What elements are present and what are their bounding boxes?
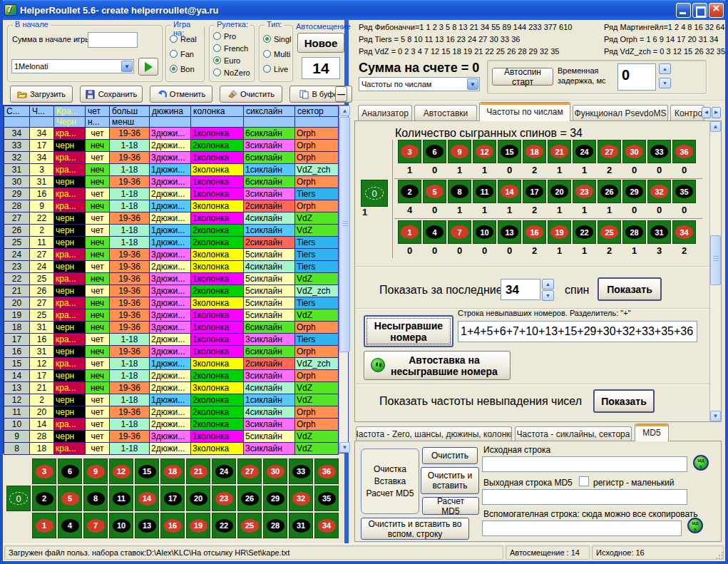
- tab-bankroll-control[interactable]: Контроль банкро: [670, 105, 704, 121]
- number-cell-28[interactable]: 28: [622, 220, 646, 244]
- maximize-button[interactable]: [692, 3, 707, 18]
- table-cell[interactable]: чет: [86, 419, 110, 431]
- table-cell[interactable]: VdZ: [295, 212, 339, 225]
- table-cell[interactable]: 15: [4, 358, 30, 370]
- table-cell[interactable]: 2колонка: [191, 370, 244, 382]
- table-cell[interactable]: 3сиклайн: [244, 334, 295, 346]
- table-row[interactable]: 2427кра...неч19-363дюжи...3колонка5сикла…: [4, 249, 339, 261]
- table-cell[interactable]: Orph: [295, 346, 339, 358]
- delay-up-icon[interactable]: ▲: [659, 63, 671, 74]
- table-cell[interactable]: черн: [54, 285, 86, 297]
- table-cell[interactable]: кра...: [54, 164, 86, 176]
- table-cell[interactable]: 1-18: [110, 140, 150, 152]
- table-cell[interactable]: 3сиклайн: [244, 370, 295, 382]
- chevron-down-icon[interactable]: ▼: [121, 61, 133, 72]
- table-cell[interactable]: кра...: [54, 200, 86, 212]
- table-cell[interactable]: 19-36: [110, 261, 150, 273]
- title-bar[interactable]: HelperRoullet 5.6- create helperroullet@…: [0, 0, 728, 20]
- number-cell-15[interactable]: 15: [498, 140, 521, 163]
- table-cell[interactable]: кра...: [54, 309, 86, 322]
- number-cell-22[interactable]: 22: [212, 513, 236, 538]
- number-cell-8[interactable]: 8: [448, 180, 471, 203]
- panel-scrollbar[interactable]: ▲ ▼: [709, 121, 721, 421]
- table-cell[interactable]: VdZ: [295, 382, 339, 394]
- number-cell-20[interactable]: 20: [548, 180, 571, 203]
- table-cell[interactable]: 22: [30, 212, 54, 225]
- table-cell[interactable]: чет: [86, 285, 110, 297]
- md5-clear-button[interactable]: Очистить: [422, 447, 478, 464]
- scroll-down-icon[interactable]: ▼: [710, 411, 721, 421]
- table-cell[interactable]: 29: [4, 188, 30, 200]
- table-cell[interactable]: кра...: [54, 358, 86, 370]
- column-header[interactable]: С...: [4, 106, 30, 117]
- number-cell-18[interactable]: 18: [160, 458, 185, 484]
- number-cell-23[interactable]: 23: [212, 486, 236, 511]
- table-cell[interactable]: чет: [86, 225, 110, 237]
- table-cell[interactable]: чет: [86, 358, 110, 370]
- table-cell[interactable]: неч: [86, 200, 110, 212]
- table-cell[interactable]: кра...: [54, 128, 86, 140]
- table-cell[interactable]: кра...: [54, 382, 86, 394]
- table-cell[interactable]: неч: [86, 346, 110, 358]
- number-cell-24[interactable]: 24: [212, 458, 236, 484]
- table-cell[interactable]: 2дюжи...: [150, 261, 191, 273]
- table-cell[interactable]: 3дюжи...: [150, 273, 191, 285]
- number-cell-14[interactable]: 14: [135, 486, 159, 511]
- table-cell[interactable]: 19-36: [110, 285, 150, 297]
- column-header[interactable]: колонка: [191, 106, 244, 117]
- table-cell[interactable]: 3колонка: [191, 164, 244, 176]
- table-cell[interactable]: черн: [54, 140, 86, 152]
- number-cell-30[interactable]: 30: [263, 458, 287, 484]
- number-cell-16[interactable]: 16: [523, 220, 546, 244]
- number-cell-36[interactable]: 36: [672, 140, 696, 163]
- table-cell[interactable]: 19-36: [110, 297, 150, 309]
- table-cell[interactable]: 21: [4, 285, 30, 297]
- number-cell-10[interactable]: 10: [109, 513, 133, 538]
- table-cell[interactable]: неч: [86, 176, 110, 188]
- table-cell[interactable]: чет: [86, 188, 110, 200]
- table-row[interactable]: 313кра...неч1-181дюжи...3колонка1сиклайн…: [4, 164, 339, 176]
- column-header[interactable]: сикслайн: [244, 106, 295, 117]
- table-cell[interactable]: черн: [54, 406, 86, 419]
- number-cell-19[interactable]: 19: [186, 513, 210, 538]
- number-cell-36[interactable]: 36: [314, 458, 339, 484]
- table-cell[interactable]: чет: [86, 394, 110, 406]
- column-header[interactable]: больш: [110, 106, 150, 117]
- table-cell[interactable]: чет: [86, 212, 110, 225]
- table-cell[interactable]: 33: [4, 140, 30, 152]
- table-row[interactable]: 2027кра...неч19-363дюжи...3колонка5сикла…: [4, 297, 339, 309]
- number-cell-7[interactable]: 7: [448, 220, 471, 244]
- number-cell-0[interactable]: 0: [361, 180, 388, 207]
- number-cell-14[interactable]: 14: [498, 180, 521, 203]
- number-cell-8[interactable]: 8: [83, 486, 108, 511]
- table-cell[interactable]: 8: [4, 443, 30, 455]
- number-cell-35[interactable]: 35: [314, 486, 339, 511]
- table-cell[interactable]: 2сиклайн: [244, 237, 295, 249]
- number-cell-29[interactable]: 29: [263, 486, 287, 511]
- table-cell[interactable]: Orph: [295, 370, 339, 382]
- start-sum-input[interactable]: [88, 32, 138, 48]
- table-cell[interactable]: 2: [30, 225, 54, 237]
- table-row[interactable]: 2916кра...чет1-182дюжи...1колонка3сиклай…: [4, 188, 339, 200]
- number-cell-23[interactable]: 23: [573, 180, 596, 203]
- undo-button[interactable]: Отменить: [150, 86, 212, 103]
- column-header[interactable]: дюжина: [150, 106, 191, 117]
- table-cell[interactable]: VdZ_zch: [295, 358, 339, 370]
- table-cell[interactable]: 1дюжи...: [150, 225, 191, 237]
- delay-value[interactable]: 0: [617, 63, 656, 91]
- number-cell-24[interactable]: 24: [573, 140, 596, 163]
- table-cell[interactable]: 3колонка: [191, 261, 244, 273]
- column-header[interactable]: [295, 117, 339, 128]
- table-cell[interactable]: 1-18: [110, 164, 150, 176]
- tab-psevdoms[interactable]: Функционал PsevdoMS: [573, 105, 668, 121]
- table-row[interactable]: 122чернчет1-181дюжи...2колонка1сиклайнVd…: [4, 394, 339, 406]
- number-cell-7[interactable]: 7: [83, 513, 108, 538]
- table-cell[interactable]: 32: [4, 152, 30, 164]
- table-cell[interactable]: 19-36: [110, 322, 150, 334]
- table-row[interactable]: 3317черннеч1-182дюжи...2колонка3сиклайнO…: [4, 140, 339, 152]
- table-cell[interactable]: черн: [54, 237, 86, 249]
- tab-freq-zero-chances[interactable]: Частота - Zero, шансы, дюжины, колонки: [356, 426, 512, 441]
- table-cell[interactable]: 2колонка: [191, 394, 244, 406]
- radio-multi[interactable]: Multi: [260, 46, 292, 61]
- table-row[interactable]: 289кра...неч1-181дюжи...3колонка2сиклайн…: [4, 200, 339, 212]
